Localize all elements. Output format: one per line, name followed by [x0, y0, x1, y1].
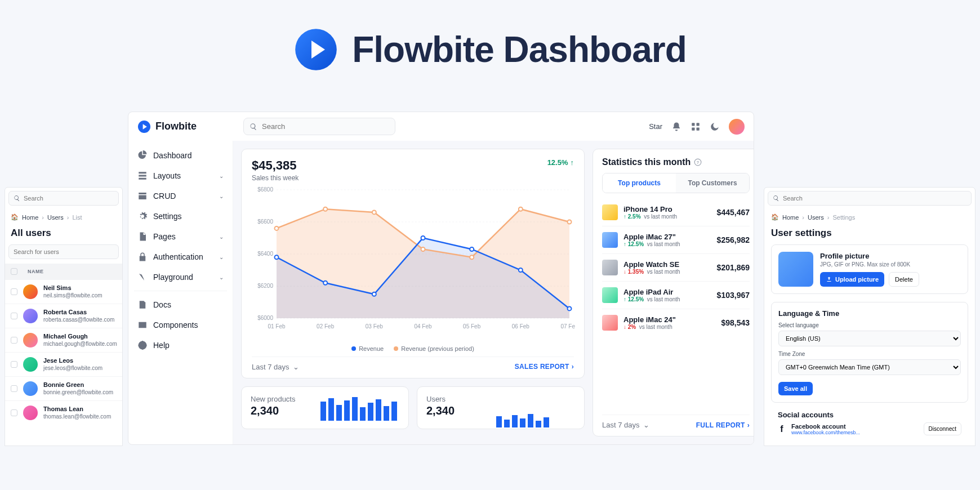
svg-point-29 — [519, 207, 523, 211]
product-row[interactable]: Apple iMac 24" ↓ 2% vs last month $98,54… — [602, 309, 750, 336]
main-search-input[interactable] — [262, 122, 389, 131]
product-row[interactable]: Apple iPad Air ↑ 12.5% vs last month $10… — [602, 281, 750, 309]
sidebar-item-layouts[interactable]: Layouts ⌄ — [132, 166, 229, 186]
language-select[interactable]: English (US) — [778, 331, 961, 346]
crumb-list: List — [72, 214, 82, 221]
users-search-input[interactable] — [24, 195, 114, 202]
svg-rect-46 — [368, 403, 373, 421]
tab-top-products[interactable]: Top products — [603, 173, 676, 193]
stats-tabs: Top products Top Customers — [602, 173, 750, 193]
row-checkbox[interactable] — [11, 313, 17, 319]
moon-icon[interactable] — [710, 122, 720, 132]
svg-rect-55 — [536, 421, 541, 427]
row-checkbox[interactable] — [11, 337, 17, 344]
sidebar-item-authentication[interactable]: Authentication ⌄ — [132, 247, 229, 267]
sidebar-item-crud[interactable]: CRUD ⌄ — [132, 186, 229, 206]
svg-text:03 Feb: 03 Feb — [366, 323, 384, 329]
sidebar-item-playground[interactable]: Playground ⌄ — [132, 267, 229, 287]
sales-card: $45,385 Sales this week 12.5%↑ $6000$620… — [241, 149, 585, 378]
apps-icon[interactable] — [691, 122, 701, 132]
tab-top-customers[interactable]: Top Customers — [676, 173, 749, 193]
product-price: $445,467 — [717, 208, 750, 217]
crumb-home[interactable]: Home — [782, 214, 799, 221]
product-thumb — [602, 287, 618, 303]
main-search[interactable] — [243, 118, 395, 135]
product-row[interactable]: Apple iMac 27" ↑ 12.5% vs last month $25… — [602, 226, 750, 253]
save-all-button[interactable]: Save all — [778, 382, 813, 395]
table-row[interactable]: Thomas Lean thomas.lean@flowbite.com — [5, 400, 122, 425]
sidebar-item-label: Settings — [153, 212, 182, 221]
svg-point-25 — [323, 207, 327, 211]
table-row[interactable]: Jese Leos jese.leos@flowbite.com — [5, 352, 122, 376]
svg-rect-40 — [320, 402, 326, 421]
row-checkbox[interactable] — [11, 288, 17, 295]
crumb-home[interactable]: Home — [22, 214, 38, 221]
brand[interactable]: Flowbite — [137, 120, 233, 133]
row-checkbox[interactable] — [11, 385, 17, 392]
sales-report-link[interactable]: SALES REPORT › — [515, 363, 574, 371]
bar-sparkline — [320, 396, 399, 421]
sidebar-item-components[interactable]: Components — [132, 315, 229, 335]
chevron-right-icon: › — [802, 214, 804, 221]
chevron-right-icon: › — [572, 363, 574, 371]
settings-search-input[interactable] — [783, 195, 966, 202]
nav-icon — [137, 150, 148, 161]
avatar — [23, 406, 38, 420]
sidebar-item-label: Playground — [153, 273, 193, 282]
product-row[interactable]: iPhone 14 Pro ↑ 2.5% vs last month $445,… — [602, 199, 750, 226]
bell-icon[interactable] — [671, 122, 681, 132]
table-row[interactable]: Bonnie Green bonnie.green@flowbite.com — [5, 376, 122, 400]
users-title: Users — [426, 395, 575, 403]
svg-point-31 — [275, 255, 279, 259]
cloud-upload-icon — [826, 276, 832, 283]
product-name: iPhone 14 Pro — [623, 205, 677, 214]
users-filter-input[interactable] — [14, 248, 114, 255]
info-icon[interactable]: ? — [694, 158, 702, 166]
crumb-users[interactable]: Users — [47, 214, 64, 221]
row-checkbox[interactable] — [11, 409, 17, 416]
svg-point-35 — [470, 247, 474, 251]
nav-icon — [137, 340, 148, 350]
chevron-right-icon: › — [827, 214, 830, 221]
svg-rect-54 — [528, 414, 533, 427]
user-avatar[interactable] — [729, 119, 745, 135]
search-icon — [14, 195, 20, 202]
sales-range-select[interactable]: Last 7 days ⌄ — [252, 363, 299, 371]
sidebar-item-settings[interactable]: Settings — [132, 206, 229, 226]
product-name: Apple iMac 24" — [623, 315, 676, 324]
settings-search[interactable] — [768, 191, 972, 206]
row-checkbox[interactable] — [11, 361, 17, 368]
svg-text:$6600: $6600 — [257, 219, 273, 225]
select-all-checkbox[interactable] — [11, 268, 17, 275]
table-row[interactable]: Roberta Casas roberta.casas@flowbite.com — [5, 304, 122, 328]
timezone-select[interactable]: GMT+0 Greenwich Mean Time (GMT) — [778, 359, 961, 375]
disconnect-button[interactable]: Disconnect — [924, 422, 961, 435]
users-filter[interactable] — [8, 244, 119, 259]
product-row[interactable]: Apple Watch SE ↓ 1.35% vs last month $20… — [602, 253, 750, 281]
upload-picture-button[interactable]: Upload picture — [820, 272, 884, 287]
table-row[interactable]: Neil Sims neil.sims@flowbite.com — [5, 279, 122, 304]
stats-range-select[interactable]: Last 7 days ⌄ — [602, 421, 649, 429]
users-search[interactable] — [8, 191, 119, 206]
svg-point-26 — [372, 210, 376, 214]
star-button[interactable]: Star — [649, 122, 662, 131]
crumb-users[interactable]: Users — [808, 214, 824, 221]
avatar — [23, 284, 38, 299]
home-icon: 🏠 — [771, 213, 779, 221]
delete-button[interactable]: Delete — [889, 272, 919, 287]
sidebar-item-pages[interactable]: Pages ⌄ — [132, 226, 229, 247]
svg-rect-47 — [376, 399, 381, 421]
svg-text:05 Feb: 05 Feb — [463, 323, 481, 329]
avatar — [23, 381, 38, 396]
facebook-link[interactable]: www.facebook.com/themesb... — [791, 430, 860, 435]
svg-point-27 — [421, 247, 425, 251]
sidebar-item-docs[interactable]: Docs — [132, 295, 229, 315]
user-email: roberta.casas@flowbite.com — [43, 317, 114, 323]
user-email: bonnie.green@flowbite.com — [43, 389, 113, 396]
sales-delta: 12.5%↑ — [547, 158, 574, 167]
table-row[interactable]: Michael Gough michael.gough@flowbite.com — [5, 328, 122, 352]
user-name: Thomas Lean — [43, 406, 111, 413]
sidebar-item-dashboard[interactable]: Dashboard — [132, 145, 229, 166]
full-report-link[interactable]: FULL REPORT › — [696, 421, 750, 429]
sidebar-item-help[interactable]: Help — [132, 335, 229, 355]
